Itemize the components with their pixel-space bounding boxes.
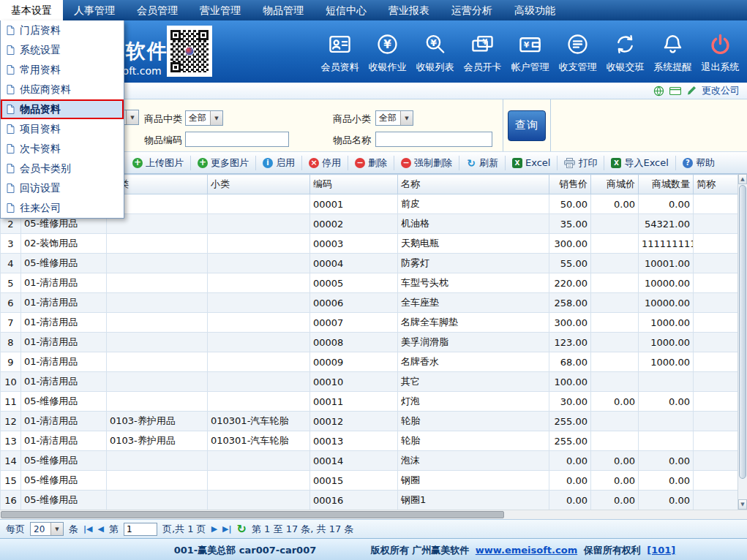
scroll-down-icon[interactable] — [738, 499, 747, 510]
next-page-button[interactable]: ▶ — [211, 524, 217, 534]
change-company-link[interactable]: 更改公司 — [702, 84, 740, 97]
shortcut-system-reminder[interactable]: 系统提醒 — [649, 26, 697, 74]
menu-tab-2[interactable]: 人事管理 — [63, 0, 126, 20]
toolbar-button-excel-export[interactable]: Excel — [506, 156, 558, 170]
table-row-5[interactable]: 501-清洁用品00005车型号头枕220.0010000.00 — [1, 273, 738, 293]
column-header-7[interactable]: 商城价 — [591, 175, 639, 194]
shortcut-cashier-work[interactable]: ¥收银作业 — [364, 26, 411, 74]
menu-tab-1[interactable]: 基本设置 — [0, 0, 63, 20]
row-number: 12 — [1, 412, 21, 431]
dropdown-item-8[interactable]: 会员卡类别 — [1, 159, 124, 178]
page-input[interactable] — [124, 523, 157, 536]
item-name-input[interactable] — [375, 132, 492, 147]
sub-category-select[interactable]: 全部 — [375, 110, 413, 126]
shortcut-exit-system[interactable]: 退出系统 — [697, 26, 744, 74]
toolbar-button-force-delete[interactable]: 强制删除 — [394, 156, 459, 170]
vertical-scrollbar[interactable] — [737, 174, 747, 510]
menu-tab-9[interactable]: 高级功能 — [503, 0, 566, 20]
dropdown-item-label: 次卡资料 — [20, 143, 61, 156]
shortcut-income-expense[interactable]: 收支管理 — [554, 26, 601, 74]
column-header-6[interactable]: 销售价 — [549, 175, 591, 194]
shortcut-cashier-list[interactable]: ¥收银列表 — [411, 26, 459, 74]
column-header-5[interactable]: 名称 — [398, 175, 549, 194]
column-header-9[interactable]: 简称 — [694, 175, 738, 194]
cell: 00015 — [310, 471, 398, 491]
shortcut-cashier-shift[interactable]: 收银交班 — [601, 26, 649, 74]
dropdown-item-6[interactable]: 项目资料 — [1, 119, 124, 139]
menu-tab-4[interactable]: 营业管理 — [189, 0, 252, 20]
emeisoft-link[interactable]: www.emeisoft.com — [476, 545, 577, 556]
table-row-10[interactable]: 1001-清洁用品00010其它100.00 — [1, 372, 738, 392]
item-code-label: 物品编码 — [144, 134, 182, 147]
per-page-select[interactable]: 20 — [30, 522, 64, 536]
menu-tab-7[interactable]: 营业报表 — [378, 0, 440, 20]
cell: 00006 — [310, 293, 398, 313]
table-row-7[interactable]: 701-清洁用品00007名牌全车脚垫300.001000.00 — [1, 313, 738, 333]
menu-tab-3[interactable]: 会员管理 — [126, 0, 189, 20]
scroll-up-icon[interactable] — [738, 174, 747, 184]
dropdown-item-7[interactable]: 次卡资料 — [1, 139, 124, 159]
cell — [694, 273, 738, 293]
toolbar-button-refresh[interactable]: 刷新 — [459, 156, 506, 170]
cell: 01-清洁用品 — [21, 431, 107, 451]
table-row-4[interactable]: 405-维修用品00004防雾灯55.0010001.00 — [1, 254, 738, 273]
item-code-input[interactable] — [185, 132, 289, 147]
table-row-16[interactable]: 1605-维修用品00016钢圈10.000.000.00 — [1, 491, 738, 510]
table-row-13[interactable]: 1301-清洁用品0103-养护用品010301-汽车轮胎00013轮胎255.… — [1, 431, 738, 451]
dropdown-item-5[interactable]: 物品资料 — [1, 99, 124, 119]
menubar: 基本设置人事管理会员管理营业管理物品管理短信中心营业报表运营分析高级功能 — [0, 0, 747, 20]
cell: 0.00 — [591, 471, 639, 491]
menu-tab-8[interactable]: 运营分析 — [440, 0, 503, 20]
pencil-icon[interactable] — [686, 86, 697, 96]
dropdown-item-1[interactable]: 门店资料 — [1, 20, 124, 40]
toolbar-button-delete[interactable]: 删除 — [348, 156, 394, 170]
table-row-8[interactable]: 801-清洁用品00008美孚润滑脂123.001000.00 — [1, 333, 738, 352]
dropdown-item-10[interactable]: 往来公司 — [1, 198, 124, 218]
table-row-15[interactable]: 1505-维修用品00015钢圈0.000.000.00 — [1, 471, 738, 491]
table-row-12[interactable]: 1201-清洁用品0103-养护用品010301-汽车轮胎00012轮胎255.… — [1, 412, 738, 431]
toolbar-button-more-images[interactable]: 更多图片 — [191, 156, 256, 170]
dropdown-item-3[interactable]: 常用资料 — [1, 60, 124, 80]
help-icon — [683, 158, 693, 168]
cell: 0.00 — [591, 451, 639, 471]
toolbar-button-enable[interactable]: 启用 — [256, 156, 302, 170]
column-header-3[interactable]: 小类 — [208, 175, 310, 194]
menu-tab-5[interactable]: 物品管理 — [252, 0, 315, 20]
shortcut-account-management[interactable]: ¥帐户管理 — [506, 26, 554, 74]
toolbar-button-disable[interactable]: 停用 — [302, 156, 348, 170]
cell: 泡沫 — [398, 451, 549, 471]
cell: 0.00 — [639, 491, 694, 510]
cell — [208, 392, 310, 412]
prev-page-button[interactable]: ◀ — [97, 524, 103, 534]
shortcut-member-open-card[interactable]: ¥会员开卡 — [459, 26, 506, 74]
card-icon[interactable] — [669, 86, 681, 96]
version-link[interactable]: [101] — [647, 545, 675, 556]
horizontal-scrollbar[interactable] — [0, 510, 747, 519]
menu-tab-6[interactable]: 短信中心 — [315, 0, 378, 20]
toolbar-button-print[interactable]: 打印 — [558, 156, 604, 170]
member-card-icon — [316, 26, 364, 56]
table-row-3[interactable]: 302-装饰用品00003天鹅电瓶300.00111111111 — [1, 234, 738, 254]
dropdown-item-4[interactable]: 供应商资料 — [1, 80, 124, 99]
query-button[interactable]: 查询 — [508, 110, 546, 141]
mid-category-select[interactable]: 全部 — [185, 110, 223, 126]
table-row-14[interactable]: 1405-维修用品00014泡沫0.000.000.00 — [1, 451, 738, 471]
table-row-11[interactable]: 1105-维修用品00011灯泡30.000.000.00 — [1, 392, 738, 412]
first-page-button[interactable]: |◀ — [83, 524, 92, 534]
table-row-6[interactable]: 601-清洁用品00006全车座垫258.0010000.00 — [1, 293, 738, 313]
globe-icon[interactable] — [653, 86, 664, 97]
shortcut-member-info[interactable]: 会员资料 — [316, 26, 364, 74]
cell — [208, 194, 310, 214]
vertical-scroll-thumb[interactable] — [739, 185, 746, 479]
horizontal-scroll-thumb[interactable] — [1, 511, 504, 518]
dropdown-item-2[interactable]: 系统设置 — [1, 40, 124, 60]
column-header-4[interactable]: 编码 — [310, 175, 398, 194]
toolbar-button-import-excel[interactable]: 导入Excel — [604, 156, 675, 170]
column-header-8[interactable]: 商城数量 — [639, 175, 694, 194]
last-page-button[interactable]: ▶| — [222, 524, 231, 534]
toolbar-button-help[interactable]: 帮助 — [676, 156, 721, 170]
refresh-icon[interactable]: ↻ — [237, 522, 247, 536]
toolbar-button-upload-image[interactable]: 上传图片 — [126, 156, 191, 170]
table-row-9[interactable]: 901-清洁用品00009名牌香水68.001000.00 — [1, 352, 738, 372]
dropdown-item-9[interactable]: 回访设置 — [1, 178, 124, 198]
